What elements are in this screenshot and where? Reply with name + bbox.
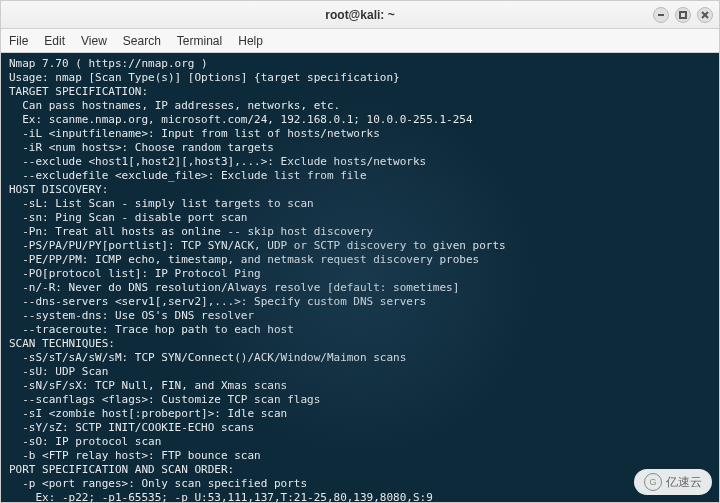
watermark: G 亿速云 bbox=[634, 469, 712, 495]
menu-edit[interactable]: Edit bbox=[44, 34, 65, 48]
maximize-button[interactable] bbox=[675, 7, 691, 23]
menu-search[interactable]: Search bbox=[123, 34, 161, 48]
titlebar: root@kali: ~ bbox=[1, 1, 719, 29]
watermark-logo-icon: G bbox=[644, 473, 662, 491]
menu-terminal[interactable]: Terminal bbox=[177, 34, 222, 48]
menu-file[interactable]: File bbox=[9, 34, 28, 48]
close-icon bbox=[701, 11, 709, 19]
terminal-output[interactable]: Nmap 7.70 ( https://nmap.org ) Usage: nm… bbox=[1, 53, 719, 502]
window-controls bbox=[653, 7, 713, 23]
terminal-window: root@kali: ~ File Edit View Search Termi… bbox=[0, 0, 720, 503]
svg-rect-1 bbox=[680, 12, 686, 18]
close-button[interactable] bbox=[697, 7, 713, 23]
minimize-icon bbox=[657, 11, 665, 19]
menu-help[interactable]: Help bbox=[238, 34, 263, 48]
menubar: File Edit View Search Terminal Help bbox=[1, 29, 719, 53]
window-title: root@kali: ~ bbox=[1, 8, 719, 22]
maximize-icon bbox=[679, 11, 687, 19]
watermark-text: 亿速云 bbox=[666, 474, 702, 491]
menu-view[interactable]: View bbox=[81, 34, 107, 48]
minimize-button[interactable] bbox=[653, 7, 669, 23]
